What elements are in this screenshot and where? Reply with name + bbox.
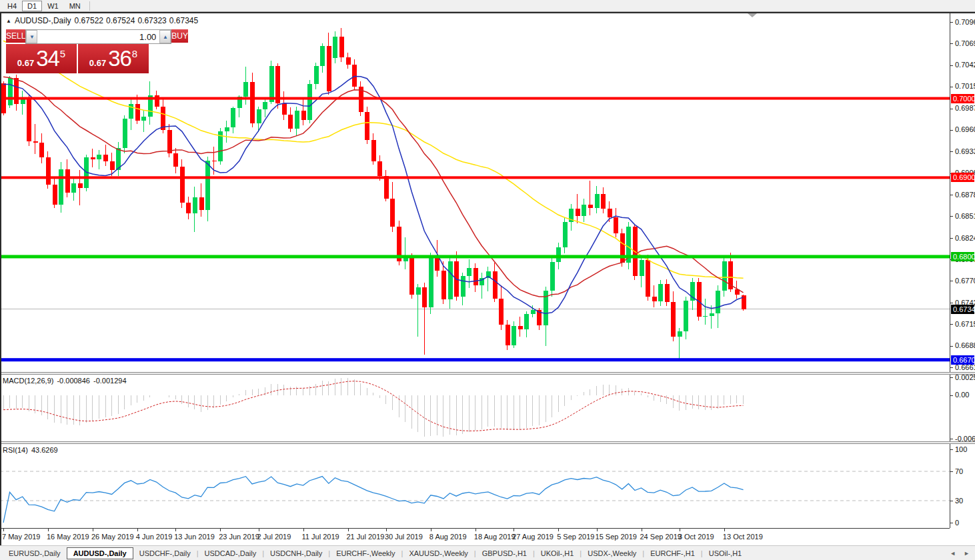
time-axis-label: 16 May 2019 — [47, 533, 89, 541]
candle-body — [614, 217, 618, 233]
candle-body — [550, 262, 555, 291]
macd-canvas[interactable] — [0, 375, 950, 441]
time-axis-tick — [597, 529, 598, 531]
chart-tab-usdchf-daily[interactable]: USDCHF-,Daily — [133, 547, 197, 559]
volume-increase-button[interactable]: ▲ — [159, 30, 171, 43]
candle-body — [46, 157, 51, 185]
time-axis-label: 7 May 2019 — [2, 533, 40, 541]
candle-body — [27, 98, 31, 141]
timeframe-button-h4[interactable]: H4 — [2, 1, 22, 11]
level-price-tag: 0.66705 — [951, 355, 974, 365]
candle-body — [582, 205, 586, 216]
candle-body — [295, 111, 299, 129]
candle-body — [263, 102, 267, 110]
candle-body — [14, 78, 19, 104]
time-axis-label: 2 Jul 2019 — [257, 533, 291, 541]
candle-body — [722, 261, 727, 291]
rsi-axis-label: 100 — [955, 445, 967, 453]
time-axis-label: 8 Aug 2019 — [429, 533, 467, 541]
volume-input[interactable] — [37, 30, 159, 43]
time-axis-tick — [303, 529, 304, 531]
price-axis-tick — [950, 346, 953, 347]
price-axis[interactable]: 0.709650.706950.704200.701500.698750.696… — [950, 12, 975, 528]
chart-tab-usdcad-daily[interactable]: USDCAD-,Daily — [199, 547, 263, 559]
rsi-canvas[interactable] — [0, 444, 950, 528]
volume-decrease-button[interactable]: ▼ — [26, 30, 37, 43]
candle-body — [506, 325, 510, 345]
volume-spinner: ▼ ▲ — [25, 29, 171, 44]
candle-body — [8, 78, 13, 106]
candle-body — [282, 103, 287, 115]
macd-signal-value: -0.001294 — [93, 377, 127, 385]
chart-tab-eurchf-h1[interactable]: EURCHF-,H1 — [644, 547, 701, 559]
candle-body — [473, 268, 478, 285]
chart-tab-usoil-h1[interactable]: USOil-,H1 — [703, 547, 748, 559]
chart-tab-xauusd-weekly[interactable]: XAUUSD-,Weekly — [403, 547, 473, 559]
price-axis-tick — [950, 22, 953, 23]
candle-body — [327, 46, 331, 91]
timeframe-button-mn[interactable]: MN — [64, 1, 86, 11]
level-price-tag: 0.68006 — [951, 252, 974, 261]
candle-body — [403, 258, 408, 261]
rsi-axis-tick — [950, 523, 953, 523]
time-axis-label: 18 Aug 2019 — [474, 533, 516, 541]
candle-body — [371, 140, 376, 161]
one-click-collapse-icon[interactable]: ▲ — [6, 18, 11, 24]
horizontal-level-line[interactable] — [0, 255, 950, 258]
candle-body — [193, 197, 197, 213]
time-axis-tick — [348, 529, 349, 531]
macd-axis-label: 0.00 — [955, 391, 969, 399]
candle-body — [314, 66, 319, 84]
candle-body — [71, 183, 76, 193]
candle-body — [467, 268, 471, 276]
candle-body — [339, 37, 344, 57]
chart-tab-gbpusd-h1[interactable]: GBPUSD-,H1 — [476, 547, 533, 559]
candle-body — [640, 260, 644, 276]
horizontal-level-line[interactable] — [0, 97, 950, 100]
sell-button[interactable]: SELL — [6, 29, 25, 44]
buy-button[interactable]: BUY — [171, 29, 188, 44]
buy-price-box[interactable]: 0.67 36 8 — [78, 44, 149, 73]
rsi-axis-label: 30 — [955, 497, 963, 505]
candle-body — [512, 326, 516, 345]
candle-body — [409, 258, 414, 295]
candle-body — [377, 161, 382, 177]
candle-body — [742, 295, 746, 309]
timeframe-button-w1[interactable]: W1 — [42, 1, 64, 11]
chart-tab-ukoil-h1[interactable]: UKOil-,H1 — [535, 547, 580, 559]
horizontal-level-line[interactable] — [0, 358, 950, 361]
chart-tab-audusd-daily[interactable]: AUDUSD-,Daily — [67, 547, 133, 559]
horizontal-level-line[interactable] — [0, 176, 950, 179]
macd-axis-tick — [950, 377, 953, 378]
candle-body — [684, 301, 688, 331]
timeframe-button-d1[interactable]: D1 — [22, 1, 42, 11]
rsi-indicator-label: RSI(14) — [3, 446, 28, 454]
price-axis-label: 0.70420 — [955, 61, 975, 69]
candle-body — [205, 161, 210, 211]
candle-body — [59, 169, 63, 205]
candle-body — [257, 109, 261, 123]
sell-price-box[interactable]: 0.67 34 5 — [6, 44, 77, 73]
time-axis-tick — [93, 529, 93, 531]
chart-tab-usdcnh-daily[interactable]: USDCNH-,Daily — [264, 547, 328, 559]
price-axis-tick — [950, 130, 953, 131]
pane-splitter[interactable] — [0, 372, 975, 375]
macd-pane[interactable]: MACD(12,26,9) -0.000846 -0.001294 — [0, 375, 950, 441]
rsi-pane[interactable]: RSI(14) 43.6269 — [0, 444, 950, 528]
tab-scroll-right-icon[interactable]: ► — [964, 550, 970, 557]
chart-tab-eurchf-weekly[interactable]: EURCHF-,Weekly — [330, 547, 401, 559]
price-axis-tick — [950, 65, 953, 66]
tab-scroll-left-icon[interactable]: ◄ — [950, 550, 956, 557]
chart-tab-eurusd-daily[interactable]: EURUSD-,Daily — [3, 547, 67, 559]
rsi-axis-tick — [950, 471, 953, 472]
candle-body — [390, 199, 395, 227]
time-axis[interactable]: 7 May 201916 May 201926 May 20194 Jun 20… — [0, 528, 950, 545]
candle-body — [173, 153, 178, 167]
candle-body — [608, 209, 612, 217]
chart-tab-usdx-weekly[interactable]: USDX-,Weekly — [582, 547, 642, 559]
time-axis-tick — [514, 529, 514, 531]
time-axis-label: 23 Jun 2019 — [219, 533, 259, 541]
candle-body — [461, 276, 465, 297]
time-axis-label: 30 Jul 2019 — [385, 533, 423, 541]
pane-splitter[interactable] — [0, 441, 975, 444]
